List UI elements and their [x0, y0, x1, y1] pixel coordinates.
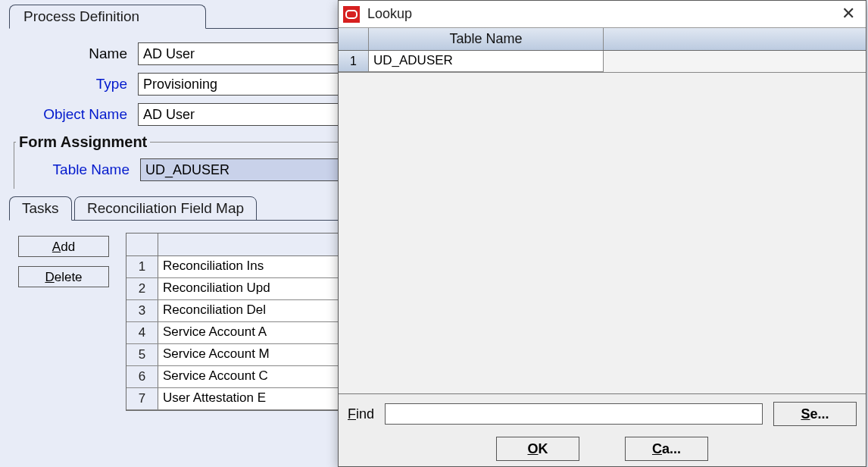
add-button[interactable]: Add [18, 236, 109, 257]
lookup-column-header: Table Name [369, 28, 604, 50]
lookup-dialog: Lookup ✕ Table Name 1 UD_ADUSER Find Se.… [338, 0, 866, 467]
dialog-title: Lookup [367, 6, 837, 22]
table-row[interactable]: 1 UD_ADUSER [339, 51, 866, 72]
ok-button[interactable]: OK [496, 437, 579, 461]
tab-reconciliation-field-map[interactable]: Reconciliation Field Map [74, 196, 257, 221]
label-type: Type [9, 76, 138, 92]
tab-tasks[interactable]: Tasks [9, 196, 72, 221]
label-table-name: Table Name [20, 161, 140, 178]
find-input[interactable] [385, 403, 763, 425]
label-object-name: Object Name [9, 106, 138, 123]
cancel-button[interactable]: Ca... [625, 437, 708, 461]
form-assignment-legend: Form Assignment [16, 133, 150, 151]
delete-button[interactable]: Delete [18, 266, 109, 287]
tab-process-definition[interactable]: Process Definition [9, 5, 206, 29]
oracle-icon [343, 6, 360, 23]
label-find: Find [348, 406, 374, 422]
label-name: Name [9, 45, 138, 62]
search-button[interactable]: Se... [773, 402, 857, 426]
close-icon[interactable]: ✕ [837, 3, 860, 26]
lookup-table[interactable]: Table Name 1 UD_ADUSER [339, 28, 866, 73]
